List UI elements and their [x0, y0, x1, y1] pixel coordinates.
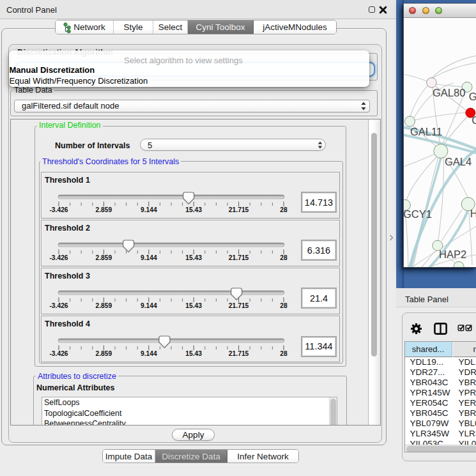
- svg-text:-3.426: -3.426: [49, 206, 68, 213]
- svg-text:15.43: 15.43: [185, 350, 202, 357]
- svg-text:GCY1: GCY1: [404, 208, 432, 220]
- svg-text:GAL3: GAL3: [469, 91, 476, 102]
- svg-text:-3.426: -3.426: [49, 254, 68, 261]
- svg-text:9.144: 9.144: [141, 206, 157, 213]
- svg-text:28: 28: [280, 206, 288, 213]
- svg-text:21.715: 21.715: [229, 302, 249, 309]
- svg-text:2.859: 2.859: [96, 254, 112, 261]
- svg-text:9.144: 9.144: [141, 254, 157, 261]
- svg-text:GAL11: GAL11: [410, 126, 442, 137]
- svg-text:28: 28: [280, 350, 288, 357]
- svg-text:GAL80: GAL80: [433, 87, 465, 98]
- svg-text:28: 28: [280, 302, 288, 309]
- svg-text:-3.426: -3.426: [49, 302, 68, 309]
- svg-text:21.715: 21.715: [229, 206, 249, 213]
- svg-text:GAL4: GAL4: [445, 156, 472, 167]
- svg-text:28: 28: [280, 254, 288, 261]
- svg-text:15.43: 15.43: [185, 302, 202, 309]
- svg-text:-3.426: -3.426: [49, 350, 68, 357]
- svg-text:15.43: 15.43: [185, 254, 202, 261]
- svg-text:HAP2: HAP2: [439, 249, 466, 260]
- svg-text:21.715: 21.715: [229, 254, 249, 261]
- svg-text:2.859: 2.859: [96, 350, 112, 357]
- svg-text:9.144: 9.144: [141, 350, 157, 357]
- svg-text:9.144: 9.144: [141, 302, 157, 309]
- svg-text:CRZ: CRZ: [472, 114, 476, 126]
- svg-text:HIS: HIS: [470, 208, 476, 219]
- svg-text:21.715: 21.715: [229, 350, 249, 357]
- svg-text:15.43: 15.43: [185, 206, 202, 213]
- svg-text:2.859: 2.859: [96, 302, 112, 309]
- svg-text:2.859: 2.859: [96, 206, 112, 213]
